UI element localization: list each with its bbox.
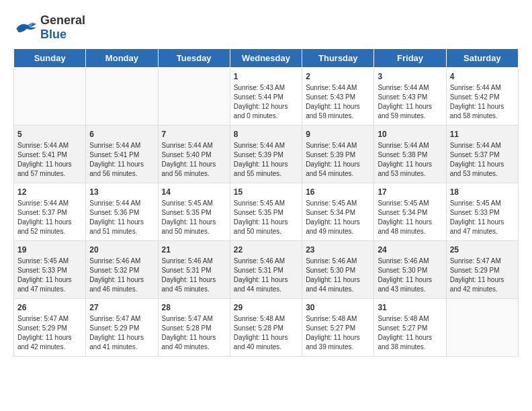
calendar-cell: 2Sunrise: 5:44 AM Sunset: 5:43 PM Daylig… <box>302 68 374 126</box>
calendar-cell: 22Sunrise: 5:46 AM Sunset: 5:31 PM Dayli… <box>230 241 302 299</box>
day-number: 22 <box>234 245 298 255</box>
calendar-cell <box>14 68 86 126</box>
cell-info: Sunrise: 5:44 AM Sunset: 5:43 PM Dayligh… <box>306 83 370 121</box>
cell-info: Sunrise: 5:44 AM Sunset: 5:42 PM Dayligh… <box>450 83 515 121</box>
weekday-header-saturday: Saturday <box>446 49 518 68</box>
cell-info: Sunrise: 5:44 AM Sunset: 5:41 PM Dayligh… <box>17 141 82 179</box>
day-number: 16 <box>306 187 370 197</box>
calendar-cell: 18Sunrise: 5:45 AM Sunset: 5:33 PM Dayli… <box>446 183 518 241</box>
weekday-header-sunday: Sunday <box>14 49 86 68</box>
day-number: 25 <box>450 245 515 255</box>
day-number: 19 <box>17 245 82 255</box>
cell-info: Sunrise: 5:45 AM Sunset: 5:35 PM Dayligh… <box>234 199 298 236</box>
logo-general: General <box>40 13 85 27</box>
day-number: 26 <box>17 303 82 312</box>
calendar-cell: 29Sunrise: 5:48 AM Sunset: 5:28 PM Dayli… <box>230 299 302 357</box>
calendar-table: SundayMondayTuesdayWednesdayThursdayFrid… <box>13 48 519 357</box>
weekday-header-friday: Friday <box>374 49 446 68</box>
day-number: 8 <box>234 130 298 139</box>
calendar-cell: 1Sunrise: 5:43 AM Sunset: 5:44 PM Daylig… <box>230 68 302 126</box>
calendar-cell: 20Sunrise: 5:46 AM Sunset: 5:32 PM Dayli… <box>86 241 158 299</box>
cell-info: Sunrise: 5:45 AM Sunset: 5:34 PM Dayligh… <box>378 199 442 236</box>
cell-info: Sunrise: 5:46 AM Sunset: 5:32 PM Dayligh… <box>89 257 154 294</box>
calendar-cell: 26Sunrise: 5:47 AM Sunset: 5:29 PM Dayli… <box>14 299 86 357</box>
calendar-cell: 15Sunrise: 5:45 AM Sunset: 5:35 PM Dayli… <box>230 183 302 241</box>
calendar-cell: 11Sunrise: 5:44 AM Sunset: 5:37 PM Dayli… <box>446 126 518 183</box>
day-number: 5 <box>17 130 82 139</box>
day-number: 9 <box>306 130 370 139</box>
day-number: 4 <box>450 72 515 81</box>
cell-info: Sunrise: 5:45 AM Sunset: 5:33 PM Dayligh… <box>450 199 515 236</box>
day-number: 12 <box>17 187 82 197</box>
day-number: 10 <box>378 130 442 139</box>
cell-info: Sunrise: 5:48 AM Sunset: 5:27 PM Dayligh… <box>378 314 442 352</box>
calendar-cell: 30Sunrise: 5:48 AM Sunset: 5:27 PM Dayli… <box>302 299 374 357</box>
calendar-week-row: 12Sunrise: 5:44 AM Sunset: 5:37 PM Dayli… <box>14 183 519 241</box>
calendar-week-row: 1Sunrise: 5:43 AM Sunset: 5:44 PM Daylig… <box>14 68 519 126</box>
cell-info: Sunrise: 5:44 AM Sunset: 5:40 PM Dayligh… <box>162 141 226 179</box>
day-number: 29 <box>234 303 298 312</box>
day-number: 3 <box>378 72 442 81</box>
logo-icon <box>13 19 38 36</box>
day-number: 15 <box>234 187 298 197</box>
calendar-cell: 19Sunrise: 5:45 AM Sunset: 5:33 PM Dayli… <box>14 241 86 299</box>
day-number: 27 <box>89 303 154 312</box>
day-number: 1 <box>234 72 298 81</box>
cell-info: Sunrise: 5:47 AM Sunset: 5:29 PM Dayligh… <box>450 257 515 294</box>
cell-info: Sunrise: 5:46 AM Sunset: 5:30 PM Dayligh… <box>378 257 442 294</box>
day-number: 7 <box>162 130 226 139</box>
calendar-cell: 21Sunrise: 5:46 AM Sunset: 5:31 PM Dayli… <box>158 241 230 299</box>
calendar-cell: 5Sunrise: 5:44 AM Sunset: 5:41 PM Daylig… <box>14 126 86 183</box>
calendar-cell: 7Sunrise: 5:44 AM Sunset: 5:40 PM Daylig… <box>158 126 230 183</box>
cell-info: Sunrise: 5:44 AM Sunset: 5:39 PM Dayligh… <box>306 141 370 179</box>
calendar-cell: 27Sunrise: 5:47 AM Sunset: 5:29 PM Dayli… <box>86 299 158 357</box>
calendar-cell: 24Sunrise: 5:46 AM Sunset: 5:30 PM Dayli… <box>374 241 446 299</box>
cell-info: Sunrise: 5:46 AM Sunset: 5:30 PM Dayligh… <box>306 257 370 294</box>
weekday-header-wednesday: Wednesday <box>230 49 302 68</box>
day-number: 17 <box>378 187 442 197</box>
calendar-cell: 13Sunrise: 5:44 AM Sunset: 5:36 PM Dayli… <box>86 183 158 241</box>
weekday-header-thursday: Thursday <box>302 49 374 68</box>
cell-info: Sunrise: 5:46 AM Sunset: 5:31 PM Dayligh… <box>162 257 226 294</box>
cell-info: Sunrise: 5:44 AM Sunset: 5:38 PM Dayligh… <box>378 141 442 179</box>
calendar-cell: 28Sunrise: 5:47 AM Sunset: 5:28 PM Dayli… <box>158 299 230 357</box>
weekday-header-monday: Monday <box>86 49 158 68</box>
calendar-cell: 10Sunrise: 5:44 AM Sunset: 5:38 PM Dayli… <box>374 126 446 183</box>
cell-info: Sunrise: 5:47 AM Sunset: 5:28 PM Dayligh… <box>162 314 226 352</box>
weekday-header-tuesday: Tuesday <box>158 49 230 68</box>
cell-info: Sunrise: 5:48 AM Sunset: 5:27 PM Dayligh… <box>306 314 370 352</box>
calendar-cell: 16Sunrise: 5:45 AM Sunset: 5:34 PM Dayli… <box>302 183 374 241</box>
calendar-cell: 12Sunrise: 5:44 AM Sunset: 5:37 PM Dayli… <box>14 183 86 241</box>
weekday-header-row: SundayMondayTuesdayWednesdayThursdayFrid… <box>14 49 519 68</box>
calendar-week-row: 5Sunrise: 5:44 AM Sunset: 5:41 PM Daylig… <box>14 126 519 183</box>
calendar-week-row: 26Sunrise: 5:47 AM Sunset: 5:29 PM Dayli… <box>14 299 519 357</box>
page-header: General Blue <box>13 13 519 42</box>
calendar-cell: 9Sunrise: 5:44 AM Sunset: 5:39 PM Daylig… <box>302 126 374 183</box>
day-number: 13 <box>89 187 154 197</box>
cell-info: Sunrise: 5:48 AM Sunset: 5:28 PM Dayligh… <box>234 314 298 352</box>
day-number: 11 <box>450 130 515 139</box>
calendar-cell: 14Sunrise: 5:45 AM Sunset: 5:35 PM Dayli… <box>158 183 230 241</box>
day-number: 23 <box>306 245 370 255</box>
cell-info: Sunrise: 5:44 AM Sunset: 5:37 PM Dayligh… <box>17 199 82 236</box>
calendar-cell: 23Sunrise: 5:46 AM Sunset: 5:30 PM Dayli… <box>302 241 374 299</box>
logo: General Blue <box>13 13 85 42</box>
calendar-cell <box>446 299 518 357</box>
calendar-cell <box>86 68 158 126</box>
day-number: 24 <box>378 245 442 255</box>
day-number: 30 <box>306 303 370 312</box>
calendar-cell: 31Sunrise: 5:48 AM Sunset: 5:27 PM Dayli… <box>374 299 446 357</box>
calendar-cell: 17Sunrise: 5:45 AM Sunset: 5:34 PM Dayli… <box>374 183 446 241</box>
cell-info: Sunrise: 5:47 AM Sunset: 5:29 PM Dayligh… <box>89 314 154 352</box>
day-number: 21 <box>162 245 226 255</box>
calendar-week-row: 19Sunrise: 5:45 AM Sunset: 5:33 PM Dayli… <box>14 241 519 299</box>
cell-info: Sunrise: 5:46 AM Sunset: 5:31 PM Dayligh… <box>234 257 298 294</box>
cell-info: Sunrise: 5:44 AM Sunset: 5:43 PM Dayligh… <box>378 83 442 121</box>
cell-info: Sunrise: 5:45 AM Sunset: 5:34 PM Dayligh… <box>306 199 370 236</box>
cell-info: Sunrise: 5:44 AM Sunset: 5:39 PM Dayligh… <box>234 141 298 179</box>
day-number: 18 <box>450 187 515 197</box>
cell-info: Sunrise: 5:47 AM Sunset: 5:29 PM Dayligh… <box>17 314 82 352</box>
cell-info: Sunrise: 5:45 AM Sunset: 5:33 PM Dayligh… <box>17 257 82 294</box>
calendar-cell: 25Sunrise: 5:47 AM Sunset: 5:29 PM Dayli… <box>446 241 518 299</box>
day-number: 20 <box>89 245 154 255</box>
